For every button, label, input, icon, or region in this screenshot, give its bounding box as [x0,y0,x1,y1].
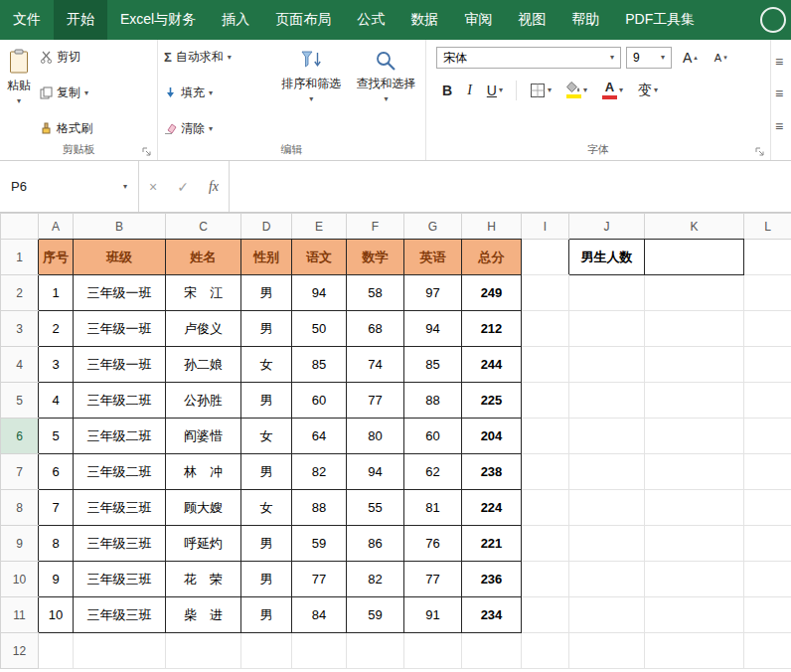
cell-G3[interactable]: 94 [404,311,462,347]
cell-F4[interactable]: 74 [347,347,404,383]
select-all-corner[interactable] [1,214,39,240]
cell-I6[interactable] [522,419,569,454]
cell-G10[interactable]: 77 [404,562,462,597]
cell-F1[interactable]: 数学 [347,240,404,275]
cell-L2[interactable] [744,275,791,311]
font-name-combo[interactable]: 宋体 ▾ [436,47,621,69]
find-select-button[interactable]: 查找和选择 ▾ [349,44,423,142]
cell-A5[interactable]: 4 [39,383,74,419]
cell-B4[interactable]: 三年级一班 [74,347,166,383]
cell-A1[interactable]: 序号 [39,240,74,275]
cell-B8[interactable]: 三年级三班 [74,490,166,526]
fill-color-button[interactable]: ▾ [560,80,593,100]
cell-B6[interactable]: 三年级二班 [74,419,166,454]
cell-H9[interactable]: 221 [462,526,522,562]
cell-A4[interactable]: 3 [39,347,74,383]
cell-G1[interactable]: 英语 [404,240,462,275]
enter-button[interactable]: ✓ [167,161,199,212]
tab-file[interactable]: 文件 [0,0,54,40]
row-header-11[interactable]: 11 [1,597,39,633]
cell-H12[interactable] [462,633,522,669]
tab-page-layout[interactable]: 页面布局 [262,0,344,40]
cell-J12[interactable] [569,633,645,669]
cell-G12[interactable] [404,633,462,669]
cell-E3[interactable]: 50 [292,311,347,347]
cell-D2[interactable]: 男 [241,275,292,311]
cell-C11[interactable]: 柴 进 [166,597,241,633]
cell-D8[interactable]: 女 [241,490,292,526]
cell-K7[interactable] [645,454,744,490]
cell-F2[interactable]: 58 [347,275,404,311]
cell-F3[interactable]: 68 [347,311,404,347]
cell-C7[interactable]: 林 冲 [166,454,241,490]
borders-button[interactable]: ▾ [524,81,557,100]
shrink-font-button[interactable]: A ▾ [709,50,733,66]
cell-D4[interactable]: 女 [241,347,292,383]
column-header-B[interactable]: B [74,214,166,240]
tab-insert[interactable]: 插入 [209,0,262,40]
cell-L4[interactable] [744,347,791,383]
tab-help[interactable]: 帮助 [558,0,612,40]
cell-K2[interactable] [645,275,744,311]
column-header-D[interactable]: D [241,214,292,240]
row-header-4[interactable]: 4 [1,347,39,383]
italic-button[interactable]: I [461,81,478,100]
cell-G6[interactable]: 60 [404,419,462,454]
cell-D3[interactable]: 男 [241,311,292,347]
cell-F5[interactable]: 77 [347,383,404,419]
cell-E6[interactable]: 64 [292,419,347,454]
column-header-H[interactable]: H [462,214,522,240]
cell-C8[interactable]: 顾大嫂 [166,490,241,526]
dialog-launcher-icon[interactable] [755,147,765,157]
cell-A9[interactable]: 8 [39,526,74,562]
cell-E11[interactable]: 84 [292,597,347,633]
cell-J6[interactable] [569,419,645,454]
cell-J9[interactable] [569,526,645,562]
cell-K1[interactable] [645,240,744,275]
cell-E7[interactable]: 82 [292,454,347,490]
row-header-7[interactable]: 7 [1,454,39,490]
cell-G11[interactable]: 91 [404,597,462,633]
cell-H3[interactable]: 212 [462,311,522,347]
cell-H11[interactable]: 234 [462,597,522,633]
cell-C9[interactable]: 呼延灼 [166,526,241,562]
cell-H5[interactable]: 225 [462,383,522,419]
cell-I7[interactable] [522,454,569,490]
cell-I1[interactable] [522,240,569,275]
cell-F6[interactable]: 80 [347,419,404,454]
cell-L3[interactable] [744,311,791,347]
cell-B7[interactable]: 三年级二班 [74,454,166,490]
cell-E10[interactable]: 77 [292,562,347,597]
column-header-K[interactable]: K [645,214,744,240]
cell-E8[interactable]: 88 [292,490,347,526]
cell-C1[interactable]: 姓名 [166,240,241,275]
cell-J1[interactable]: 男生人数 [569,240,645,275]
cell-H10[interactable]: 236 [462,562,522,597]
cell-F9[interactable]: 86 [347,526,404,562]
cell-K3[interactable] [645,311,744,347]
font-color-button[interactable]: A ▾ [596,79,629,101]
cell-I5[interactable] [522,383,569,419]
cell-I12[interactable] [522,633,569,669]
cancel-button[interactable]: × [139,161,167,212]
cell-C12[interactable] [166,633,241,669]
cell-L8[interactable] [744,490,791,526]
cell-I8[interactable] [522,490,569,526]
cell-J3[interactable] [569,311,645,347]
cell-H8[interactable]: 224 [462,490,522,526]
column-header-C[interactable]: C [166,214,241,240]
cell-K9[interactable] [645,526,744,562]
name-box[interactable]: P6 ▾ [0,161,139,212]
tab-pdf-toolkit[interactable]: PDF工具集 [612,0,708,40]
tab-excel-finance[interactable]: Excel与财务 [107,0,209,40]
cell-C10[interactable]: 花 荣 [166,562,241,597]
font-size-combo[interactable]: 9 ▾ [626,47,672,69]
tab-formulas[interactable]: 公式 [344,0,397,40]
cell-L12[interactable] [744,633,791,669]
cell-B1[interactable]: 班级 [74,240,166,275]
cell-D9[interactable]: 男 [241,526,292,562]
cell-L11[interactable] [744,597,791,633]
cell-I2[interactable] [522,275,569,311]
cell-A11[interactable]: 10 [39,597,74,633]
cell-C3[interactable]: 卢俊义 [166,311,241,347]
